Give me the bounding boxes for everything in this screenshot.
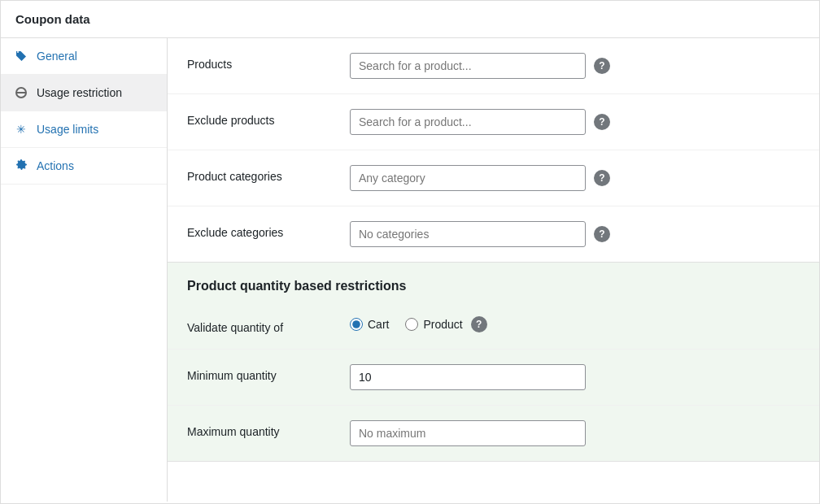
product-quantity-section-title: Product quantity based restrictions — [168, 263, 819, 302]
layout: General Usage restriction ✳ — [1, 38, 819, 502]
products-help-icon[interactable]: ? — [594, 58, 610, 74]
form-row-minimum-quantity: Minimum quantity — [168, 350, 819, 406]
sidebar-item-label-usage-restriction: Usage restriction — [37, 86, 122, 99]
tag-icon — [14, 49, 28, 63]
svg-text:✳: ✳ — [16, 123, 26, 136]
sidebar-item-general[interactable]: General — [1, 38, 167, 75]
product-quantity-section: Product quantity based restrictions Vali… — [168, 263, 819, 462]
sidebar: General Usage restriction ✳ — [1, 38, 168, 502]
asterisk-icon: ✳ — [14, 122, 28, 137]
exclude-categories-help-icon[interactable]: ? — [594, 226, 610, 242]
radio-group-validate-quantity: Cart Product — [350, 318, 463, 331]
minimum-quantity-input[interactable] — [350, 364, 586, 390]
radio-label-cart: Cart — [368, 318, 389, 331]
gear-icon — [14, 159, 28, 173]
validate-quantity-help-icon[interactable]: ? — [471, 316, 487, 332]
sidebar-item-usage-restriction[interactable]: Usage restriction — [1, 75, 167, 111]
form-row-validate-quantity: Validate quantity of Cart Product — [168, 302, 819, 350]
product-categories-control-wrap: ? — [350, 165, 610, 191]
label-minimum-quantity: Minimum quantity — [187, 364, 350, 382]
standard-fields-section: Products ? Exclude products ? — [168, 38, 819, 263]
form-row-products: Products ? — [168, 38, 819, 94]
sidebar-item-label-general: General — [37, 50, 77, 63]
radio-label-product: Product — [423, 318, 462, 331]
label-exclude-categories: Exclude categories — [187, 221, 350, 239]
label-product-categories: Product categories — [187, 165, 350, 183]
label-validate-quantity: Validate quantity of — [187, 316, 350, 334]
exclude-categories-control-wrap: ? — [350, 221, 610, 247]
restriction-icon — [14, 85, 28, 100]
form-row-exclude-products: Exclude products ? — [168, 94, 819, 150]
label-exclude-products: Exclude products — [187, 109, 350, 127]
sidebar-item-usage-limits[interactable]: ✳ Usage limits — [1, 111, 167, 148]
exclude-products-input[interactable] — [350, 109, 586, 135]
products-control-wrap: ? — [350, 53, 610, 79]
products-input[interactable] — [350, 53, 586, 79]
sidebar-item-label-usage-limits: Usage limits — [37, 123, 98, 136]
label-maximum-quantity: Maximum quantity — [187, 420, 350, 438]
product-categories-help-icon[interactable]: ? — [594, 170, 610, 186]
form-row-maximum-quantity: Maximum quantity — [168, 406, 819, 461]
maximum-quantity-input[interactable] — [350, 420, 586, 446]
sidebar-item-actions[interactable]: Actions — [1, 148, 167, 185]
sidebar-item-label-actions: Actions — [37, 159, 74, 172]
form-row-product-categories: Product categories ? — [168, 150, 819, 206]
product-categories-input[interactable] — [350, 165, 586, 191]
main-content: Products ? Exclude products ? — [168, 38, 819, 502]
radio-option-cart[interactable]: Cart — [350, 318, 389, 331]
coupon-data-panel: Coupon data General — [0, 0, 820, 504]
exclude-categories-input[interactable] — [350, 221, 586, 247]
maximum-quantity-control-wrap — [350, 420, 586, 446]
radio-option-product[interactable]: Product — [405, 318, 462, 331]
radio-product[interactable] — [405, 318, 418, 331]
exclude-products-help-icon[interactable]: ? — [594, 114, 610, 130]
minimum-quantity-control-wrap — [350, 364, 586, 390]
panel-title: Coupon data — [1, 1, 819, 38]
label-products: Products — [187, 53, 350, 71]
form-row-exclude-categories: Exclude categories ? — [168, 206, 819, 262]
validate-quantity-control-wrap: Cart Product ? — [350, 316, 487, 332]
radio-cart[interactable] — [350, 318, 363, 331]
exclude-products-control-wrap: ? — [350, 109, 610, 135]
